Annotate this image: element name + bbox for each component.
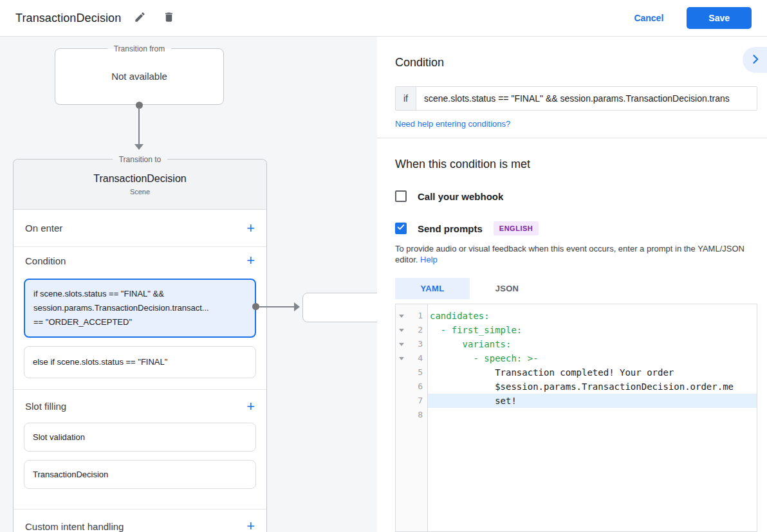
when-condition-title: When this condition is met (395, 158, 757, 171)
fold-arrow-icon (399, 343, 404, 346)
checkmark-icon (396, 223, 405, 234)
transition-from-box: Transition from Not available (55, 48, 224, 105)
slot-filling-section: Slot filling + Slot validation Transacti… (14, 390, 266, 509)
scene-editor: TransactionDecision Cancel Save Transiti… (0, 0, 767, 532)
transition-to-card: Transition to TransactionDecision Scene … (13, 159, 267, 532)
webhook-row: Call your webhook (395, 190, 757, 202)
custom-intent-label: Custom intent handling (25, 521, 124, 532)
connector-line-horizontal (259, 306, 295, 307)
condition-card-else[interactable]: else if scene.slots.status == "FINAL" (24, 346, 256, 378)
tab-yaml[interactable]: YAML (395, 278, 470, 299)
add-on-enter-button[interactable]: + (246, 222, 255, 235)
scene-header: TransactionDecision Scene (14, 160, 266, 210)
language-badge: ENGLISH (494, 221, 539, 235)
description-text: editor. (395, 255, 418, 264)
editor-line-active: 7 set! (396, 394, 757, 408)
send-prompts-checkbox[interactable] (395, 223, 407, 234)
connector-line-vertical (138, 107, 140, 145)
if-prefix-label: if (396, 87, 416, 110)
custom-intent-section: Custom intent handling + (14, 509, 266, 532)
add-slot-button[interactable]: + (246, 400, 255, 413)
line-number: 3 (407, 337, 428, 351)
slot-filling-label: Slot filling (25, 401, 66, 412)
transition-target-box (302, 293, 377, 322)
code-text: set! (428, 394, 757, 408)
editor-tabs: YAML JSON (395, 278, 757, 299)
send-prompts-label: Send prompts (418, 223, 483, 234)
condition-expression-row: if (395, 86, 757, 111)
transition-to-label: Transition to (113, 154, 168, 165)
description-text: To provide audio or visual feedback when… (395, 244, 744, 253)
arrow-down-icon (134, 144, 143, 150)
on-enter-section: On enter + (14, 210, 266, 247)
condition-text-line: session.params.TransactionDecision.trans… (33, 301, 246, 315)
condition-expression-input[interactable] (416, 87, 757, 110)
scene-name: TransactionDecision (93, 173, 186, 185)
pencil-icon (134, 11, 146, 25)
code-text: variants: (428, 337, 757, 351)
fold-toggle[interactable] (396, 351, 407, 365)
arrow-right-icon (294, 302, 300, 311)
line-number: 4 (407, 351, 428, 365)
yaml-editor[interactable]: 1 candidates: 2 - first_simple: 3 varian… (395, 304, 757, 532)
condition-text-line: if scene.slots.status == "FINAL" && (33, 287, 246, 301)
line-number: 6 (407, 380, 428, 394)
help-link[interactable]: Help (420, 255, 438, 264)
transition-from-label: Transition from (107, 44, 172, 54)
line-number: 5 (407, 365, 428, 380)
tab-json[interactable]: JSON (470, 278, 544, 299)
editor-line: 3 variants: (396, 337, 757, 351)
divider (377, 138, 767, 138)
collapse-panel-button[interactable] (743, 47, 767, 73)
transition-from-value: Not available (55, 71, 223, 82)
slot-card-transaction-decision[interactable]: TransactionDecision (24, 460, 256, 489)
line-number: 7 (407, 394, 428, 408)
flow-canvas: Transition from Not available Transition… (0, 37, 377, 532)
editor-line: 6 $session.params.TransactionDecision.or… (396, 380, 757, 394)
code-text (428, 408, 757, 422)
editor-line: 1 candidates: (396, 309, 757, 323)
on-enter-label: On enter (25, 223, 62, 234)
trash-icon (163, 11, 175, 25)
code-text: candidates: (428, 309, 757, 323)
panel-title: Condition (395, 56, 444, 69)
edit-button[interactable] (130, 7, 150, 29)
fold-toggle[interactable] (396, 323, 407, 337)
scene-type: Scene (130, 188, 150, 196)
condition-text-line: == "ORDER_ACCEPTED" (33, 315, 246, 329)
condition-section-label: Condition (25, 255, 66, 266)
line-number: 2 (407, 323, 428, 337)
line-number: 8 (407, 408, 428, 422)
editor-line: 8 (396, 408, 757, 422)
cancel-button[interactable]: Cancel (634, 13, 663, 23)
condition-card-selected[interactable]: if scene.slots.status == "FINAL" && sess… (24, 279, 256, 338)
prompt-description: To provide audio or visual feedback when… (395, 243, 757, 265)
editor-line: 4 - speech: >- (396, 351, 757, 365)
send-prompts-row: Send prompts ENGLISH (395, 221, 757, 235)
add-custom-intent-button[interactable]: + (246, 520, 255, 532)
page-title: TransactionDecision (15, 12, 121, 25)
delete-button[interactable] (159, 7, 179, 29)
line-number: 1 (407, 309, 428, 323)
condition-detail-panel: Condition if Need help entering conditio… (377, 37, 767, 532)
fold-arrow-icon (399, 357, 404, 360)
code-text: - first_simple: (428, 323, 757, 337)
condition-section: Condition + if scene.slots.status == "FI… (14, 247, 266, 390)
top-bar: TransactionDecision Cancel Save (0, 0, 767, 37)
editor-line: 5 Transaction completed! Your order (396, 365, 757, 380)
call-webhook-label: Call your webhook (418, 191, 503, 202)
condition-text-line: else if scene.slots.status == "FINAL" (33, 355, 247, 369)
fold-toggle[interactable] (396, 309, 407, 323)
code-text: $session.params.TransactionDecision.orde… (428, 380, 757, 394)
fold-toggle[interactable] (396, 337, 407, 351)
slot-card-validation[interactable]: Slot validation (24, 423, 256, 452)
chevron-right-icon (749, 53, 762, 68)
condition-help-link[interactable]: Need help entering conditions? (395, 119, 757, 129)
code-text: - speech: >- (428, 351, 757, 365)
save-button[interactable]: Save (687, 7, 752, 29)
add-condition-button[interactable]: + (246, 254, 255, 267)
code-text: Transaction completed! Your order (428, 365, 757, 380)
fold-arrow-icon (399, 315, 404, 318)
editor-line: 2 - first_simple: (396, 323, 757, 337)
call-webhook-checkbox[interactable] (395, 190, 407, 202)
